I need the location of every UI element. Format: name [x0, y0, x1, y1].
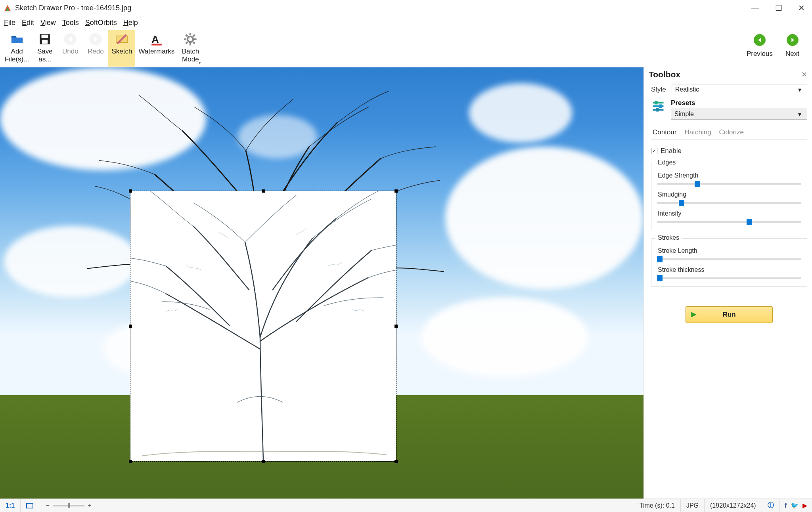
menu-file[interactable]: File — [4, 19, 15, 27]
svg-rect-21 — [659, 105, 662, 108]
redo-icon — [89, 32, 102, 46]
window-title: Sketch Drawer Pro - tree-164915.jpg — [15, 4, 131, 12]
run-label: Run — [722, 311, 735, 319]
smudging-slider[interactable] — [657, 202, 801, 204]
svg-rect-1 — [42, 35, 48, 38]
handle-bot-mid[interactable] — [262, 460, 265, 463]
close-button[interactable]: ✕ — [798, 3, 805, 13]
minimize-button[interactable]: — — [751, 3, 759, 13]
enable-row: ✓ Enable — [651, 147, 807, 155]
chevron-down-icon: ▾ — [796, 109, 804, 119]
handle-top-left[interactable] — [129, 189, 132, 193]
toolbox-close-icon[interactable]: ✕ — [801, 70, 807, 79]
sketch-button[interactable]: Sketch — [108, 30, 135, 67]
format-label: JPG — [686, 502, 699, 509]
info-cell: ⓘ — [762, 499, 780, 512]
tab-hatching[interactable]: Hatching — [683, 126, 712, 139]
time-cell: Time (s): 0.1 — [634, 499, 681, 512]
image-canvas[interactable] — [0, 67, 643, 499]
dims-label: (1920x1272x24) — [710, 502, 756, 509]
selection-rect[interactable] — [130, 191, 396, 462]
info-icon[interactable]: ⓘ — [768, 501, 774, 510]
style-select[interactable]: Realistic ▾ — [672, 84, 807, 95]
svg-line-13 — [186, 35, 188, 36]
handle-mid-left[interactable] — [129, 325, 132, 328]
tab-contour[interactable]: Contour — [651, 126, 678, 139]
tab-colorize[interactable]: Colorize — [718, 126, 745, 139]
stroke-length-label: Stroke Length — [657, 247, 801, 254]
menu-softorbits[interactable]: SoftOrbits — [85, 19, 117, 27]
add-files-button[interactable]: Add File(s)... — [2, 30, 32, 67]
app-icon — [3, 4, 12, 12]
fit-cell — [21, 499, 39, 512]
zoom-in-button[interactable]: + — [87, 502, 92, 509]
svg-rect-2 — [42, 40, 48, 44]
zoom-ratio-cell: 1:1 — [0, 499, 21, 512]
previous-icon — [754, 34, 766, 46]
edge-strength-block: Edge Strength — [657, 172, 801, 185]
svg-point-8 — [188, 36, 193, 42]
enable-label: Enable — [661, 147, 682, 155]
toolbar-batch-group: Batch Mode ▾ — [178, 30, 203, 67]
youtube-icon[interactable]: ▶ — [802, 502, 807, 509]
handle-top-mid[interactable] — [262, 189, 265, 193]
undo-button[interactable]: Undo — [57, 30, 83, 67]
previous-button[interactable]: Previous — [743, 30, 776, 67]
svg-line-15 — [193, 35, 195, 36]
toolbar-file-group: Add File(s)... Save as... — [2, 30, 57, 67]
run-button[interactable]: Run — [686, 306, 773, 323]
stroke-length-block: Stroke Length — [657, 247, 801, 260]
sketch-tree-icon — [130, 191, 396, 461]
title-bar: Sketch Drawer Pro - tree-164915.jpg — ☐ … — [0, 0, 812, 16]
zoom-slider-cell: − + — [39, 499, 98, 512]
svg-rect-20 — [655, 101, 658, 105]
menu-view[interactable]: View — [40, 19, 56, 27]
twitter-icon[interactable]: 🐦 — [791, 502, 799, 509]
zoom-out-button[interactable]: − — [45, 502, 50, 509]
sketch-preview-area — [130, 191, 396, 461]
menu-tools[interactable]: Tools — [62, 19, 79, 27]
preset-value: Simple — [674, 111, 694, 118]
chevron-down-icon: ▾ — [796, 84, 804, 95]
toolbox-panel: Toolbox ✕ Style Realistic ▾ Presets Simp… — [643, 67, 812, 499]
batch-dropdown-indicator[interactable]: ▾ — [199, 61, 201, 65]
zoom-slider[interactable] — [53, 505, 84, 506]
enable-checkbox[interactable]: ✓ — [651, 148, 657, 154]
floppy-icon — [38, 32, 52, 46]
zoom-ratio[interactable]: 1:1 — [6, 502, 15, 509]
status-bar: 1:1 − + Time (s): 0.1 JPG (1920x1272x24)… — [0, 499, 812, 512]
stroke-length-slider[interactable] — [657, 258, 801, 260]
preset-select[interactable]: Simple ▾ — [671, 109, 807, 120]
fit-screen-icon[interactable] — [26, 503, 33, 508]
stroke-thickness-slider[interactable] — [657, 277, 801, 279]
handle-mid-right[interactable] — [395, 325, 398, 328]
toolbar-effects-group: Sketch A Watermarks — [108, 30, 178, 67]
sliders-icon — [651, 99, 665, 113]
facebook-icon[interactable]: f — [785, 502, 787, 509]
handle-bot-left[interactable] — [129, 460, 132, 463]
toolbar: Add File(s)... Save as... Undo Redo Sket… — [0, 29, 812, 67]
toolbar-nav-group: Previous Next — [743, 30, 810, 67]
edge-strength-slider[interactable] — [657, 183, 801, 185]
style-row: Style Realistic ▾ — [651, 84, 807, 95]
handle-bot-right[interactable] — [395, 460, 398, 463]
watermarks-button[interactable]: A Watermarks — [135, 30, 178, 67]
next-button[interactable]: Next — [782, 30, 802, 67]
toolbox-header: Toolbox ✕ — [644, 67, 812, 82]
social-icons: f 🐦 ▶ — [780, 502, 812, 509]
svg-rect-7 — [151, 44, 162, 45]
menu-bar: File Edit View Tools SoftOrbits Help — [0, 16, 812, 29]
save-as-button[interactable]: Save as... — [32, 30, 57, 67]
menu-edit[interactable]: Edit — [22, 19, 34, 27]
svg-line-16 — [186, 42, 188, 44]
stroke-thickness-label: Stroke thickness — [657, 266, 801, 273]
handle-top-right[interactable] — [395, 189, 398, 193]
redo-button[interactable]: Redo — [83, 30, 108, 67]
presets-label: Presets — [671, 99, 807, 107]
menu-help[interactable]: Help — [123, 19, 138, 27]
maximize-button[interactable]: ☐ — [775, 3, 782, 13]
svg-line-14 — [193, 42, 195, 44]
strokes-group: Strokes Stroke Length Stroke thickness — [651, 238, 807, 287]
intensity-slider[interactable] — [657, 221, 801, 223]
window-controls: — ☐ ✕ — [751, 3, 809, 13]
